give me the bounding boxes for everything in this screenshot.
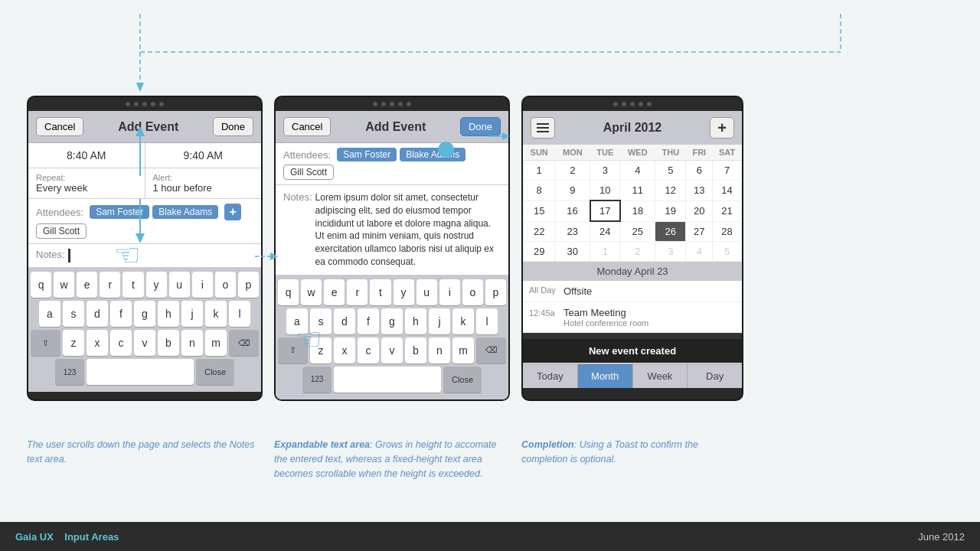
key-space[interactable] <box>87 359 194 385</box>
key-a[interactable]: a <box>39 301 60 327</box>
p2-key-v[interactable]: v <box>381 337 403 364</box>
cal-day-cell[interactable]: 25 <box>620 221 655 242</box>
cal-day-cell[interactable]: 12 <box>655 181 686 201</box>
key-y[interactable]: y <box>146 272 167 298</box>
p2-key-k[interactable]: k <box>452 308 474 334</box>
phone1-done-button[interactable]: Done <box>213 117 253 136</box>
key-w[interactable]: w <box>54 272 74 298</box>
key-i[interactable]: i <box>192 272 213 298</box>
phone1-add-attendee-button[interactable]: + <box>224 204 241 220</box>
phone1-alert-value[interactable]: 1 hour before <box>153 182 254 194</box>
key-n[interactable]: n <box>181 330 203 356</box>
p2-key-h[interactable]: h <box>405 308 426 334</box>
cal-day-cell[interactable]: 8 <box>524 181 555 201</box>
key-shift[interactable]: ⇧ <box>31 330 60 356</box>
cal-tab-week[interactable]: Week <box>633 364 688 388</box>
p2-key-m[interactable]: m <box>452 337 474 364</box>
p2-key-a[interactable]: a <box>286 308 308 334</box>
key-j[interactable]: j <box>181 301 203 327</box>
p2-key-b[interactable]: b <box>405 337 426 364</box>
phone1-cancel-button[interactable]: Cancel <box>36 117 83 136</box>
p2-key-backspace[interactable]: ⌫ <box>476 337 506 364</box>
cal-day-cell[interactable]: 19 <box>655 201 686 221</box>
p2-key-p[interactable]: p <box>485 279 506 305</box>
p2-key-u[interactable]: u <box>416 279 437 305</box>
key-t[interactable]: t <box>122 272 143 298</box>
key-f[interactable]: f <box>110 301 132 327</box>
cal-event-allday[interactable]: All Day Offsite <box>523 281 742 302</box>
cal-day-cell[interactable]: 2 <box>555 161 590 181</box>
key-r[interactable]: r <box>100 272 120 298</box>
key-g[interactable]: g <box>134 301 155 327</box>
key-c[interactable]: c <box>110 330 132 356</box>
phone2-tag-sam[interactable]: Sam Foster <box>337 148 397 161</box>
p2-key-d[interactable]: d <box>334 308 355 334</box>
p2-key-o[interactable]: o <box>462 279 483 305</box>
cal-tab-today[interactable]: Today <box>523 364 578 388</box>
cal-event-team-meeting[interactable]: 12:45a Team Meeting Hotel conference roo… <box>523 302 742 333</box>
p2-key-x[interactable]: x <box>334 337 355 364</box>
cal-day-cell[interactable]: 3 <box>655 242 686 262</box>
cal-menu-button[interactable] <box>531 117 555 139</box>
key-b[interactable]: b <box>158 330 179 356</box>
key-e[interactable]: e <box>77 272 97 298</box>
cal-day-cell[interactable]: 11 <box>620 181 655 201</box>
phone2-done-button[interactable]: Done <box>460 117 501 136</box>
p2-key-space[interactable] <box>334 367 441 393</box>
p2-key-r[interactable]: r <box>347 279 368 305</box>
key-z[interactable]: z <box>63 330 84 356</box>
cal-day-cell[interactable]: 29 <box>524 242 555 262</box>
p2-key-q[interactable]: q <box>278 279 299 305</box>
cal-day-cell[interactable]: 10 <box>590 181 620 201</box>
p2-key-f[interactable]: f <box>358 308 379 334</box>
cal-day-cell[interactable]: 14 <box>713 181 742 201</box>
phone1-tag-blake[interactable]: Blake Adams <box>152 205 218 219</box>
phone2-notes-text[interactable]: Lorem ipsum dolor sit amet, consectetur … <box>315 191 501 269</box>
cal-day-cell[interactable]: 30 <box>555 242 590 262</box>
phone2-tag-blake[interactable]: Blake Adams <box>400 148 466 161</box>
cal-day-cell[interactable]: 15 <box>524 201 555 221</box>
cal-day-cell[interactable]: 24 <box>590 221 620 242</box>
cal-day-cell[interactable]: 22 <box>524 221 555 242</box>
cal-add-event-button[interactable]: + <box>710 117 734 139</box>
cal-day-cell[interactable]: 9 <box>555 181 590 201</box>
key-h[interactable]: h <box>158 301 179 327</box>
cal-tab-month[interactable]: Month <box>578 364 633 388</box>
cal-day-cell[interactable]: 23 <box>555 221 590 242</box>
cal-tab-day[interactable]: Day <box>688 364 742 388</box>
p2-key-n[interactable]: n <box>429 337 450 364</box>
phone1-tag-sam[interactable]: Sam Foster <box>90 205 149 219</box>
key-p[interactable]: p <box>238 272 259 298</box>
cal-day-cell[interactable]: 26 <box>655 221 686 242</box>
cal-day-cell[interactable]: 27 <box>686 221 713 242</box>
cal-day-cell[interactable]: 16 <box>555 201 590 221</box>
p2-key-123[interactable]: 123 <box>302 367 332 393</box>
phone2-tag-gill[interactable]: Gill Scott <box>283 165 334 180</box>
cal-day-cell[interactable]: 4 <box>620 161 655 181</box>
key-close[interactable]: Close <box>196 359 234 385</box>
cal-day-cell[interactable]: 18 <box>620 201 655 221</box>
key-q[interactable]: q <box>31 272 51 298</box>
cal-day-cell[interactable]: 7 <box>713 161 742 181</box>
p2-key-c[interactable]: c <box>358 337 379 364</box>
p2-key-shift[interactable]: ⇧ <box>278 337 308 364</box>
cal-day-cell[interactable]: 3 <box>590 161 620 181</box>
p2-key-s[interactable]: s <box>310 308 332 334</box>
cal-day-cell[interactable]: 2 <box>620 242 655 262</box>
key-l[interactable]: l <box>229 301 250 327</box>
key-o[interactable]: o <box>215 272 236 298</box>
cal-day-cell[interactable]: 6 <box>686 161 713 181</box>
phone2-cancel-button[interactable]: Cancel <box>283 117 331 136</box>
key-s[interactable]: s <box>63 301 84 327</box>
cal-day-cell[interactable]: 1 <box>524 161 555 181</box>
p2-key-e[interactable]: e <box>324 279 345 305</box>
p2-key-close[interactable]: Close <box>443 367 482 393</box>
p2-key-t[interactable]: t <box>370 279 390 305</box>
key-d[interactable]: d <box>87 301 108 327</box>
cal-day-cell[interactable]: 4 <box>686 242 713 262</box>
key-u[interactable]: u <box>169 272 190 298</box>
cal-day-cell[interactable]: 28 <box>713 221 742 242</box>
p2-key-l[interactable]: l <box>476 308 498 334</box>
cal-event-brainstorm[interactable]: 3:30p Brainstorm session Ratu... New eve… <box>523 333 742 364</box>
key-backspace[interactable]: ⌫ <box>229 330 259 356</box>
